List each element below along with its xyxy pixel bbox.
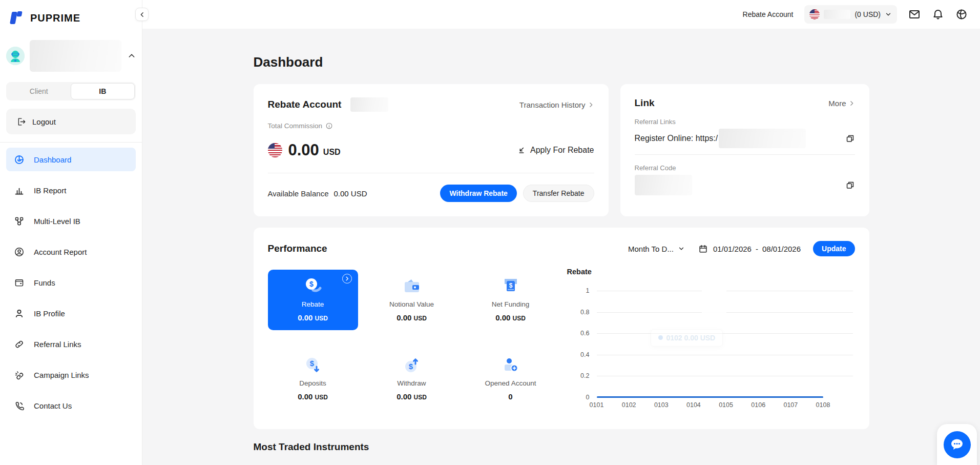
chart-ytick: 0	[586, 394, 590, 401]
tile-value: 0.00	[298, 392, 312, 401]
avatar-robot-icon	[6, 47, 25, 65]
available-balance-label: Available Balance	[268, 189, 329, 198]
copy-icon[interactable]	[845, 180, 855, 190]
info-circle-icon[interactable]	[325, 122, 333, 130]
tab-client[interactable]: Client	[7, 83, 71, 99]
chat-fab-container	[937, 424, 977, 465]
copy-icon[interactable]	[845, 134, 855, 144]
total-commission-amount: 0.00	[288, 141, 319, 159]
sidebar-item-ib-report[interactable]: IB Report	[6, 178, 136, 202]
account-selector[interactable]: (0 USD)	[804, 5, 897, 24]
perf-tile-notional-value[interactable]: Notional Value 0.00 USD	[367, 270, 457, 330]
sidebar-item-referral-links[interactable]: Referral Links	[6, 332, 136, 356]
withdraw-icon: $	[401, 355, 423, 376]
tile-chevron-right-icon[interactable]	[342, 274, 352, 284]
content-area: Dashboard Rebate Account Transaction His…	[142, 29, 980, 465]
chevron-down-icon	[885, 11, 892, 18]
dashboard-icon	[14, 154, 25, 165]
most-traded-title: Most Traded Instruments	[254, 441, 869, 453]
perf-tile-opened-account[interactable]: Opened Account 0	[466, 349, 556, 409]
logout-button[interactable]: Logout	[6, 109, 136, 134]
referral-code-label: Referral Code	[635, 164, 855, 172]
notional-wallet-icon	[401, 277, 423, 296]
puprime-logo-icon	[8, 9, 26, 27]
network-icon	[14, 216, 25, 227]
tile-label: Notional Value	[389, 300, 434, 308]
withdraw-rebate-button[interactable]: Withdraw Rebate	[440, 185, 516, 202]
sidebar-item-dashboard[interactable]: Dashboard	[6, 148, 136, 171]
tile-unit: USD	[315, 394, 328, 401]
rebate-chart[interactable]: Rebate 0102 0.00 USD 00.20.40.60.8101010…	[561, 270, 855, 416]
date-range-select[interactable]: Month To D...	[628, 245, 685, 253]
chevron-right-icon	[848, 100, 855, 107]
net-funding-icon: $	[501, 277, 521, 296]
us-flag-icon	[809, 9, 820, 19]
sidebar-item-campaign-links[interactable]: Campaign Links	[6, 363, 136, 387]
sidebar-item-label: Contact Us	[34, 401, 72, 410]
avatar	[6, 47, 25, 65]
chart-xtick: 0101	[590, 401, 604, 409]
date-range-display[interactable]: 01/01/2026 - 08/01/2026	[713, 245, 801, 253]
apply-for-rebate-link[interactable]: Apply For Rebate	[517, 146, 594, 155]
chart-ytick: 0.4	[580, 351, 589, 358]
perf-tile-rebate[interactable]: $ Rebate 0.00 USD	[268, 270, 358, 330]
sidebar: PUPRIME Client IB Logout Dashboard	[0, 0, 142, 465]
tooltip-text: 0102 0.00 USD	[666, 334, 716, 342]
sidebar-item-ib-profile[interactable]: IB Profile	[6, 301, 136, 325]
sidebar-item-label: Funds	[34, 278, 55, 287]
account-report-icon	[14, 247, 25, 257]
brand-logo[interactable]: PUPRIME	[0, 7, 142, 29]
transaction-history-link[interactable]: Transaction History	[519, 100, 594, 109]
available-balance-value: 0.00 USD	[333, 189, 367, 198]
chat-button[interactable]	[944, 431, 971, 458]
role-toggle: Client IB	[6, 82, 136, 100]
transfer-rebate-button[interactable]: Transfer Rebate	[523, 185, 594, 202]
rebate-account-card: Rebate Account Transaction History Total…	[254, 84, 609, 216]
date-from: 01/01/2026	[713, 245, 752, 253]
tile-value: 0.00	[495, 313, 510, 322]
svg-text:$: $	[509, 282, 512, 289]
sidebar-item-account-report[interactable]: Account Report	[6, 240, 136, 264]
redacted-user-name	[30, 40, 121, 72]
top-header: Rebate Account (0 USD)	[142, 0, 980, 29]
sidebar-divider	[0, 142, 142, 143]
tile-unit: USD	[414, 315, 427, 322]
update-button[interactable]: Update	[813, 241, 854, 256]
chart-data-line	[597, 396, 823, 398]
sidebar-item-funds[interactable]: Funds	[6, 271, 136, 294]
chart-ytick: 0.8	[580, 309, 589, 316]
bell-icon[interactable]	[932, 8, 944, 21]
sidebar-item-contact-us[interactable]: Contact Us	[6, 394, 136, 417]
mail-icon[interactable]	[908, 8, 921, 21]
profile-row[interactable]	[6, 40, 136, 72]
link-card: Link More Referral Links Register Online…	[620, 84, 869, 216]
date-range-value: Month To D...	[628, 245, 674, 253]
person-icon	[14, 308, 25, 319]
calendar-icon[interactable]	[698, 244, 708, 254]
redacted-account-badge	[350, 97, 388, 112]
globe-icon[interactable]	[955, 8, 968, 21]
chart-xtick: 0103	[654, 401, 669, 409]
date-separator: -	[756, 245, 758, 253]
logout-label: Logout	[32, 117, 56, 126]
chart-ytick: 0.6	[580, 330, 589, 337]
tile-value: 0	[508, 392, 512, 401]
tile-label: Opened Account	[485, 379, 536, 387]
sidebar-collapse-button[interactable]	[135, 8, 149, 21]
tab-ib[interactable]: IB	[71, 83, 135, 99]
sidebar-item-multi-level-ib[interactable]: Multi-Level IB	[6, 209, 136, 233]
redacted-referral-code	[635, 175, 692, 195]
chart-xtick: 0107	[783, 401, 798, 409]
chevron-right-icon	[588, 102, 594, 108]
deposit-icon: $	[302, 355, 324, 376]
apply-for-rebate-label: Apply For Rebate	[530, 146, 594, 155]
perf-tile-net-funding[interactable]: $ Net Funding 0.00 USD	[466, 270, 556, 330]
chart-xtick: 0108	[816, 401, 830, 409]
tooltip-series-dot	[658, 335, 663, 340]
perf-tile-deposits[interactable]: $ Deposits 0.00 USD	[268, 349, 358, 409]
more-link[interactable]: More	[828, 99, 854, 108]
perf-tile-withdraw[interactable]: $ Withdraw 0.00 USD	[367, 349, 457, 409]
chart-xtick: 0102	[622, 401, 636, 409]
svg-text:$: $	[309, 280, 314, 288]
date-to: 08/01/2026	[762, 245, 801, 253]
